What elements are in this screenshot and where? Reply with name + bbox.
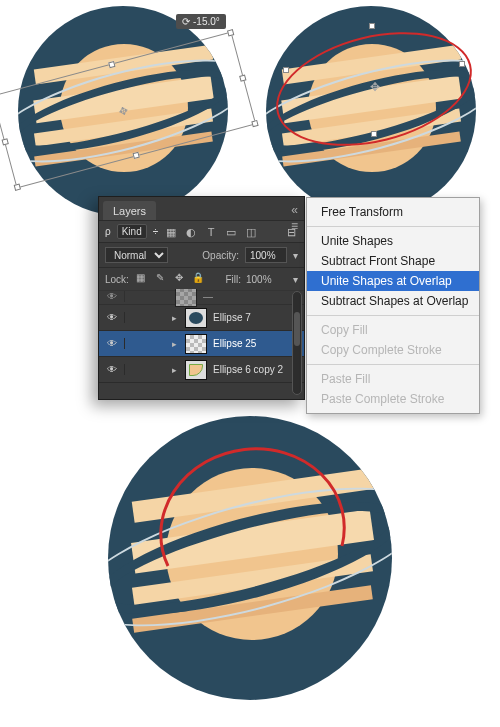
twisty-icon[interactable]: ▸ bbox=[169, 365, 179, 375]
lock-label: Lock: bbox=[105, 274, 129, 285]
context-menu-item[interactable]: Subtract Shapes at Overlap bbox=[307, 291, 479, 311]
panel-scrollbar[interactable] bbox=[292, 291, 302, 395]
planet-scene-result bbox=[108, 416, 392, 700]
lock-trans-icon[interactable]: ▦ bbox=[134, 272, 148, 286]
lock-row: Lock: ▦ ✎ ✥ 🔒 Fill: 100% ▾ bbox=[99, 268, 304, 291]
fill-value[interactable]: 100% bbox=[246, 274, 288, 285]
visibility-toggle[interactable]: 👁 bbox=[99, 312, 125, 323]
context-menu-item[interactable]: Free Transform bbox=[307, 202, 479, 222]
rotate-tooltip: -15.0° bbox=[176, 14, 226, 29]
planet-scene-transform: ✥ -15.0° bbox=[18, 6, 228, 216]
blend-row: Normal Opacity: 100% ▾ bbox=[99, 243, 304, 268]
twisty-icon[interactable]: ▸ bbox=[169, 313, 179, 323]
context-menu-item: Copy Fill bbox=[307, 320, 479, 340]
layer-row[interactable]: 👁 ▸ Ellipse 25 bbox=[99, 331, 304, 357]
context-menu-item[interactable]: Unite Shapes bbox=[307, 231, 479, 251]
lock-pixels-icon[interactable]: ✎ bbox=[153, 272, 167, 286]
opacity-label: Opacity: bbox=[202, 250, 239, 261]
opacity-value[interactable]: 100% bbox=[245, 247, 287, 263]
visibility-toggle[interactable]: 👁 bbox=[99, 338, 125, 349]
layer-name: Ellipse 25 bbox=[213, 338, 304, 349]
layer-row[interactable]: 👁 ▸ Ellipse 6 copy 2 bbox=[99, 357, 304, 383]
context-menu-item: Copy Complete Stroke bbox=[307, 340, 479, 360]
lock-pos-icon[interactable]: ✥ bbox=[172, 272, 186, 286]
layers-panel[interactable]: Layers « ≡ ρ Kind ÷ ▦ ◐ T ▭ ◫ ⊟ Normal O… bbox=[98, 196, 305, 400]
layers-tab[interactable]: Layers bbox=[103, 201, 156, 220]
blend-mode-select[interactable]: Normal bbox=[105, 247, 168, 263]
scrollbar-thumb[interactable] bbox=[294, 312, 300, 346]
filter-kind-dropdown[interactable]: Kind bbox=[117, 224, 147, 239]
context-menu-item[interactable]: Unite Shapes at Overlap bbox=[307, 271, 479, 291]
visibility-toggle[interactable]: 👁 bbox=[99, 364, 125, 375]
context-menu-item[interactable]: Subtract Front Shape bbox=[307, 251, 479, 271]
filter-shape-icon[interactable]: ▭ bbox=[224, 225, 238, 239]
visibility-toggle[interactable]: 👁 bbox=[99, 291, 125, 302]
filter-adjust-icon[interactable]: ◐ bbox=[184, 225, 198, 239]
layer-thumb bbox=[185, 334, 207, 354]
layer-name: Ellipse 6 copy 2 bbox=[213, 364, 304, 375]
panel-menu-icon[interactable]: ≡ bbox=[291, 219, 298, 233]
layer-name: — bbox=[203, 291, 304, 302]
layer-row[interactable]: 👁 — bbox=[99, 289, 304, 305]
layers-list: 👁 — 👁 ▸ Ellipse 7 👁 ▸ Ellipse 25 👁 ▸ Ell… bbox=[99, 289, 304, 399]
filter-type-icon[interactable]: T bbox=[204, 225, 218, 239]
layer-thumb bbox=[175, 289, 197, 307]
layer-row[interactable]: 👁 ▸ Ellipse 7 bbox=[99, 305, 304, 331]
layer-name: Ellipse 7 bbox=[213, 312, 304, 323]
panel-close-icon[interactable]: « bbox=[291, 203, 298, 217]
filter-pixel-icon[interactable]: ▦ bbox=[164, 225, 178, 239]
lock-all-icon[interactable]: 🔒 bbox=[191, 272, 205, 286]
fill-label: Fill: bbox=[225, 274, 241, 285]
planet-scene-red-ellipse: ✥ bbox=[266, 6, 476, 216]
context-menu-item: Paste Complete Stroke bbox=[307, 389, 479, 409]
twisty-icon[interactable]: ▸ bbox=[169, 339, 179, 349]
layer-thumb bbox=[185, 308, 207, 328]
context-menu[interactable]: Free TransformUnite ShapesSubtract Front… bbox=[306, 197, 480, 414]
layer-thumb bbox=[185, 360, 207, 380]
filter-smart-icon[interactable]: ◫ bbox=[244, 225, 258, 239]
layer-filter-row: ρ Kind ÷ ▦ ◐ T ▭ ◫ ⊟ bbox=[99, 220, 304, 243]
context-menu-item: Paste Fill bbox=[307, 369, 479, 389]
